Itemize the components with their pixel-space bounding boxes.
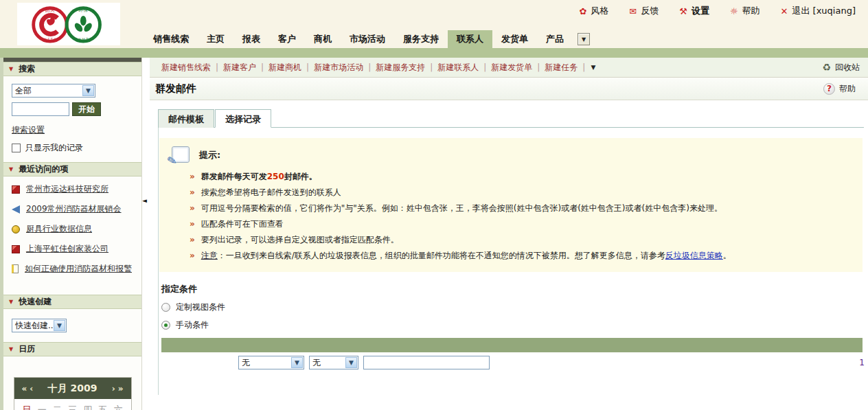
toolbar-action[interactable]: 新建客户 <box>223 62 256 73</box>
tip-item: »匹配条件可在下面查看 <box>190 219 853 229</box>
quick-link[interactable]: 设置 <box>679 5 709 17</box>
condition-table-header-bar <box>161 338 863 352</box>
conditions-heading: 指定条件 <box>161 283 864 295</box>
calendar-prev-year-button[interactable]: « <box>21 384 29 394</box>
quick-link-label: 反馈 <box>641 5 659 17</box>
toolbar-action[interactable]: 新建商机 <box>269 62 301 73</box>
company-logo: 防火 环保 N F T C C N M T C <box>17 3 120 45</box>
radio-button[interactable] <box>161 321 170 330</box>
style-flower-icon <box>579 7 586 16</box>
sidebar-section-quick-create[interactable]: ▼ 快速创建 <box>3 295 141 309</box>
help-question-icon: ? <box>823 83 835 95</box>
nav-tab[interactable]: 服务支持 <box>394 30 448 48</box>
tip-arrow-icon: » <box>190 235 195 245</box>
search-input[interactable] <box>12 102 69 116</box>
header-quick-links: 风格反馈设置帮助退出 [xuqiang] <box>579 5 856 17</box>
nav-tab[interactable]: 产品 <box>537 30 573 48</box>
nav-tab[interactable]: 销售线索 <box>144 30 198 48</box>
sidebar-section-search[interactable]: ▼ 搜索 <box>3 62 141 76</box>
calendar-weekday-row: 日一二三四五六 <box>14 399 131 410</box>
recent-item: 上海平虹佳创家装公司 <box>3 239 141 259</box>
condition-option[interactable]: 定制视图条件 <box>161 301 864 313</box>
weekday-label: 三 <box>68 404 77 410</box>
page-help-link[interactable]: ? 帮助 <box>823 83 856 95</box>
sidebar-section-recent[interactable]: ▼ 最近访问的项 <box>3 162 141 176</box>
recent-item-link[interactable]: 2009常州消防器材展销会 <box>26 203 122 215</box>
recent-item-link[interactable]: 如何正确使用消防器材和报警 <box>25 263 132 275</box>
toolbar-action[interactable]: 新建服务支持 <box>376 62 425 73</box>
nav-tab[interactable]: 报表 <box>233 30 269 48</box>
weekday-label: 六 <box>113 404 122 410</box>
nav-tab[interactable]: 联系人 <box>448 30 492 48</box>
tip-arrow-icon: » <box>190 187 195 198</box>
quick-create-value: 快速创建.. <box>15 320 54 332</box>
quick-link-label: 退出 [xuqiang] <box>792 5 856 17</box>
nav-tab[interactable]: 主页 <box>198 30 233 48</box>
search-settings-link[interactable]: 搜索设置 <box>12 124 45 136</box>
condition-option[interactable]: 手动条件 <box>161 319 864 331</box>
quick-link-label: 设置 <box>692 5 709 17</box>
search-category-select[interactable]: 全部 ▼ <box>12 84 95 98</box>
quick-link[interactable]: 反馈 <box>629 5 659 17</box>
toolbar-separator: | <box>537 62 540 72</box>
tab-select-records[interactable]: 选择记录 <box>215 109 271 128</box>
sidebar-section-calendar[interactable]: ▼ 日历 <box>3 342 141 356</box>
condition-field-value: 无 <box>242 357 250 369</box>
sidebar-collapse-handle[interactable]: ◄ <box>142 198 147 204</box>
condition-value-input[interactable] <box>363 356 490 369</box>
only-my-records-checkbox[interactable] <box>12 144 21 152</box>
quick-link[interactable]: 退出 [xuqiang] <box>781 5 856 17</box>
toolbar-action[interactable]: 新建销售线索 <box>161 62 211 73</box>
tips-heading: 提示: <box>199 149 220 161</box>
tip-text: 群发邮件每天可发250封邮件。 <box>201 172 317 182</box>
svg-text:环保: 环保 <box>79 8 89 13</box>
tab-mail-template[interactable]: 邮件模板 <box>158 109 214 128</box>
notepad-pencil-icon: ✎ <box>168 146 190 165</box>
chevron-down-icon: ▼ <box>82 85 94 96</box>
tip-segment: ：一旦收到来自线索/联系人的垃圾报表信息，组织的批量邮件功能将在不通知您的情况下… <box>218 251 665 260</box>
calendar-next-year-button[interactable]: » <box>117 384 125 394</box>
search-start-button[interactable]: 开始 <box>72 102 101 116</box>
tip-item: »搜索您希望将电子邮件发送到的联系人 <box>190 187 853 198</box>
toolbar-action[interactable]: 新建任务 <box>545 62 578 73</box>
nav-tab[interactable]: 发货单 <box>492 30 537 48</box>
quick-create-section-title: 快速创建 <box>19 296 52 308</box>
select-records-panel: ✎ 提示: »群发邮件每天可发250封邮件。»搜索您希望将电子邮件发送到的联系人… <box>158 127 864 395</box>
quick-link[interactable]: 帮助 <box>730 5 760 17</box>
tip-segment[interactable]: 反垃圾信息策略 <box>665 251 723 260</box>
nav-more-button[interactable]: ▼ <box>578 33 590 45</box>
recent-item: 厨具行业数据信息 <box>3 219 141 239</box>
recent-item-link[interactable]: 上海平虹佳创家装公司 <box>26 243 108 255</box>
calendar-next-month-button[interactable]: › <box>111 384 117 394</box>
page-title: 群发邮件 <box>155 82 196 95</box>
toolbar-more-icon[interactable]: ▼ <box>591 64 595 71</box>
tips-list: »群发邮件每天可发250封邮件。»搜索您希望将电子邮件发送到的联系人»可用逗号分… <box>190 172 853 261</box>
tip-segment: 封邮件。 <box>284 172 317 181</box>
calendar-prev-month-button[interactable]: ‹ <box>28 384 34 394</box>
document-icon <box>12 264 19 273</box>
tip-text: 注意：一旦收到来自线索/联系人的垃圾报表信息，组织的批量邮件功能将在不通知您的情… <box>201 251 731 261</box>
main-nav: 销售线索主页报表客户商机市场活动服务支持联系人发货单产品▼ <box>144 30 590 48</box>
quick-create-select[interactable]: 快速创建.. ▼ <box>12 319 67 332</box>
weekday-label: 四 <box>83 404 92 410</box>
recent-item-link[interactable]: 厨具行业数据信息 <box>26 223 92 235</box>
recent-item-link[interactable]: 常州市远达科技研究所 <box>26 183 108 195</box>
tip-arrow-icon: » <box>190 203 195 214</box>
toolbar-action[interactable]: 新建发货单 <box>491 62 532 73</box>
tip-segment[interactable]: 注意 <box>201 251 218 260</box>
recycle-bin-link[interactable]: ♻ 回收站 <box>822 62 860 73</box>
condition-operator-select[interactable]: 无 ▼ <box>309 356 358 369</box>
nav-tab[interactable]: 商机 <box>305 30 341 48</box>
nav-tab[interactable]: 客户 <box>269 30 305 48</box>
tip-segment: 可用逗号分隔要检索的值，它们将作为"与"关系。例如：姓中包含张，王，李将会按照(… <box>201 203 722 213</box>
quick-link[interactable]: 风格 <box>579 5 608 17</box>
nav-tab[interactable]: 市场活动 <box>341 30 394 48</box>
condition-field-select[interactable]: 无 ▼ <box>238 356 304 369</box>
radio-button[interactable] <box>161 303 170 312</box>
campaign-icon <box>12 205 20 214</box>
tip-item: »群发邮件每天可发250封邮件。 <box>190 172 853 182</box>
toolbar-action[interactable]: 新建联系人 <box>437 62 479 73</box>
tip-item: »可用逗号分隔要检索的值，它们将作为"与"关系。例如：姓中包含张，王，李将会按照… <box>190 203 853 214</box>
tip-arrow-icon: » <box>190 172 195 182</box>
toolbar-action[interactable]: 新建市场活动 <box>314 62 363 73</box>
